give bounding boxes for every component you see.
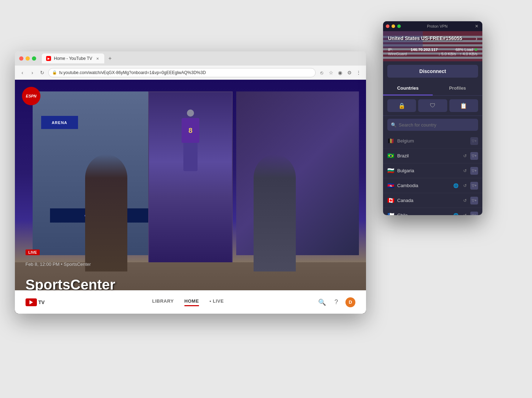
active-tab[interactable]: ▶ Home - YouTube TV ✕ [42, 54, 104, 63]
bulgaria-connect[interactable]: ▽+ [470, 167, 478, 175]
address-bar[interactable]: 🔒 tv.youtube.com/watch/vEqGX-86yMg?onboa… [48, 68, 316, 77]
canada-refresh-icon[interactable]: ↺ [461, 197, 469, 204]
vpn-tab-profiles[interactable]: Profiles [433, 81, 482, 95]
jersey-body: 8 [182, 118, 199, 143]
chile-globe-icon: 🌐 [452, 212, 460, 215]
minimize-button[interactable] [26, 56, 30, 61]
ytv-navigation: LIBRARY HOME • LIVE [59, 298, 317, 306]
user-avatar[interactable]: D [345, 297, 355, 307]
video-background: ARENA crypto.com ARENA 8 [15, 80, 366, 314]
maximize-button[interactable] [32, 56, 36, 61]
cambodia-globe-icon: 🌐 [452, 182, 460, 190]
country-name-chile: Chile [397, 213, 449, 215]
country-item-bulgaria[interactable]: 🇧🇬 Bulgaria ↺ ▽+ [383, 163, 482, 178]
menu-button[interactable]: ⋮ [355, 69, 362, 77]
country-item-belgium[interactable]: 🇧🇪 Belgium ▽+ [383, 134, 482, 148]
back-button[interactable]: ‹ [18, 69, 26, 77]
show-info: Feb 8, 12:00 PM • SportsCenter [26, 262, 91, 267]
forward-button[interactable]: › [28, 69, 36, 77]
tab-favicon: ▶ [46, 56, 51, 61]
arena-sign: ARENA [41, 116, 78, 129]
canada-flag: 🇨🇦 [387, 198, 394, 203]
country-name-brazil: Brazil [397, 153, 458, 158]
vpn-app-title: Proton VPN [403, 24, 472, 28]
vpn-ip-row: IP: 146.70.202.117 68% Load [388, 47, 477, 52]
vpn-disconnect-button[interactable]: Disconnect [387, 65, 478, 78]
brazil-flag: 🇧🇷 [387, 153, 394, 158]
browser-toolbar: ‹ › ↻ 🔒 tv.youtube.com/watch/vEqGX-86yMg… [15, 66, 366, 80]
bulgaria-flag: 🇧🇬 [387, 168, 394, 173]
reload-button[interactable]: ↻ [38, 69, 46, 77]
chile-refresh-icon[interactable]: ↺ [461, 212, 469, 215]
bulgaria-actions: ↺ ▽+ [461, 167, 478, 175]
canada-connect[interactable]: ▽+ [470, 197, 478, 204]
vpn-titlebar: Proton VPN ✕ [383, 21, 482, 31]
vpn-filter-secure[interactable]: 🔒 [387, 99, 416, 112]
country-item-brazil[interactable]: 🇧🇷 Brazil ↺ ▽+ [383, 148, 482, 163]
country-search-input[interactable] [387, 119, 478, 131]
vpn-load: 68% Load [455, 47, 477, 52]
vpn-speed-down: ↓ 5.0 KB/s [438, 52, 456, 56]
vpn-nav-arrow[interactable]: › [476, 35, 477, 42]
country-item-canada[interactable]: 🇨🇦 Canada ↺ ▽+ [383, 193, 482, 208]
chile-connect[interactable]: ▽+ [470, 212, 478, 215]
ytv-logo-play [29, 300, 33, 304]
vpn-filter-shield[interactable]: 🛡 [418, 99, 447, 112]
country-item-chile[interactable]: 🇨🇱 Chile 🌐 ↺ ▽+ [383, 208, 482, 215]
cambodia-refresh-icon[interactable]: ↺ [461, 182, 469, 190]
belgium-flag: 🇧🇪 [387, 139, 394, 144]
tab-area: ▶ Home - YouTube TV ✕ + [42, 54, 362, 63]
close-button[interactable] [19, 56, 23, 61]
vpn-close-dot[interactable] [386, 24, 389, 28]
cambodia-actions: 🌐 ↺ ▽+ [452, 182, 478, 190]
nav-live[interactable]: • LIVE [210, 298, 224, 306]
vpn-ip-label: IP: [388, 47, 393, 52]
traffic-lights [19, 56, 36, 61]
tab-close-button[interactable]: ✕ [95, 56, 100, 61]
vpn-tabs: Countries Profiles [383, 81, 482, 96]
vpn-load-text: 68% Load [455, 47, 473, 52]
video-content: ARENA crypto.com ARENA 8 [15, 80, 366, 314]
vpn-close-button[interactable]: ✕ [474, 23, 480, 29]
profile-button[interactable]: ◉ [336, 69, 344, 77]
lock-icon: 🔒 [52, 70, 57, 75]
brazil-actions: ↺ ▽+ [461, 152, 478, 160]
vpn-maximize-dot[interactable] [397, 24, 401, 28]
toolbar-actions: ⎋ ☆ ◉ ⚙ ⋮ [318, 69, 362, 77]
espn-logo: ESPN [22, 87, 40, 105]
url-text: tv.youtube.com/watch/vEqGX-86yMg?onboard… [59, 70, 206, 75]
vpn-country-list: 🇧🇪 Belgium ▽+ 🇧🇷 Brazil ↺ ▽+ 🇧🇬 Bulgaria… [383, 134, 482, 215]
vpn-load-indicator [475, 48, 477, 51]
live-badge: LIVE [26, 250, 40, 255]
belgium-connect[interactable]: ▽+ [470, 137, 478, 145]
help-action-button[interactable]: ? [331, 297, 341, 307]
cambodia-connect[interactable]: ▽+ [470, 182, 478, 190]
tab-title: Home - YouTube TV [54, 56, 92, 61]
bulgaria-refresh-icon[interactable]: ↺ [461, 167, 469, 175]
jersey-number: 8 [188, 127, 192, 135]
belgium-actions: ▽+ [470, 137, 478, 145]
nav-home[interactable]: HOME [184, 298, 199, 306]
bookmark-button[interactable]: ☆ [327, 69, 335, 77]
jersey-figure: 8 [182, 110, 199, 171]
search-action-button[interactable]: 🔍 [317, 297, 327, 307]
cambodia-flag: 🇰🇭 [387, 183, 394, 188]
new-tab-button[interactable]: + [106, 54, 114, 63]
vpn-speeds: ↓ 5.0 KB/s ↑ 4.0 KB/s [438, 52, 477, 56]
country-item-cambodia[interactable]: 🇰🇭 Cambodia 🌐 ↺ ▽+ [383, 178, 482, 193]
ytv-logo: TV [26, 298, 45, 306]
nav-library[interactable]: LIBRARY [152, 298, 174, 306]
vpn-minimize-dot[interactable] [392, 24, 395, 28]
country-name-canada: Canada [397, 198, 458, 203]
ytv-actions: 🔍 ? D [317, 297, 355, 307]
brazil-connect[interactable]: ▽+ [470, 152, 478, 160]
country-name-belgium: Belgium [397, 138, 467, 144]
cast-button[interactable]: ⎋ [318, 69, 326, 77]
brazil-refresh-icon[interactable]: ↺ [461, 152, 469, 160]
vpn-tab-countries[interactable]: Countries [383, 81, 433, 95]
extensions-button[interactable]: ⚙ [345, 69, 353, 77]
vpn-connected-header: United States US-FREE#156055 › IP: 146.7… [383, 31, 482, 61]
country-name-bulgaria: Bulgaria [397, 168, 458, 173]
vpn-server-details: IP: 146.70.202.117 68% Load WireGuard ↓ … [383, 46, 482, 57]
vpn-filter-list[interactable]: 📋 [449, 99, 478, 112]
